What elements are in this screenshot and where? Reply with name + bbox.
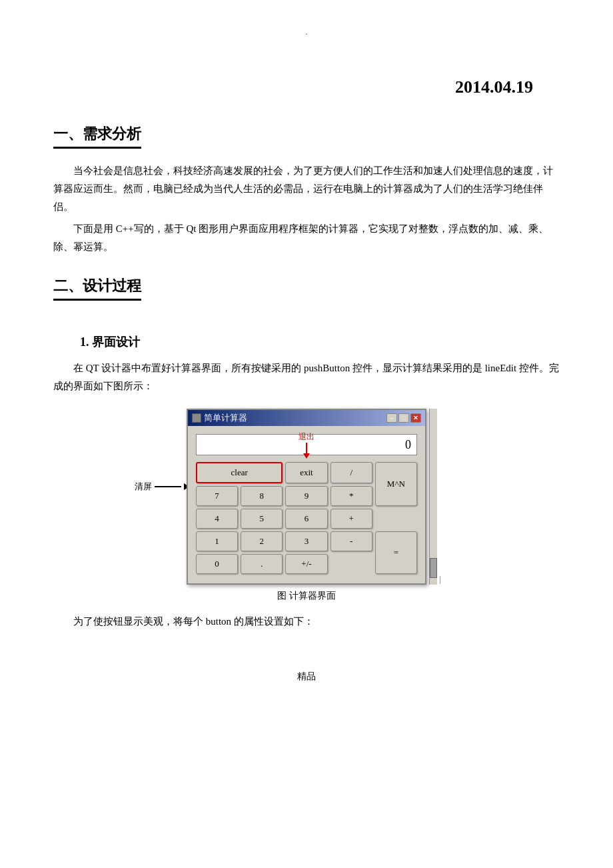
- calc-body: 退出 0 clear exit / M^N: [188, 426, 425, 583]
- date-heading: 2014.04.19: [53, 77, 560, 97]
- section-1-para1: 当今社会是信息社会，科技经济高速发展的社会，为了更方便人们的工作生活和加速人们处…: [53, 162, 560, 216]
- calc-titlebar-buttons: ─ □ ✕: [386, 413, 421, 423]
- calculator-window: 简单计算器 ─ □ ✕ 退出: [187, 409, 426, 585]
- calc-buttons: clear exit / M^N 7 8 9 * 4 5 6 +: [196, 462, 417, 574]
- close-btn[interactable]: ✕: [410, 413, 421, 423]
- section-2-title: 二、设计过程: [53, 276, 141, 301]
- two-button[interactable]: 2: [241, 531, 283, 551]
- tuichu-arrow-line: [306, 443, 307, 453]
- scroll-indicator: |: [440, 575, 441, 585]
- divide-button[interactable]: /: [330, 462, 372, 483]
- clear-button[interactable]: clear: [196, 462, 283, 483]
- one-button[interactable]: 1: [196, 531, 238, 551]
- scrollbar-thumb[interactable]: [430, 558, 437, 578]
- seven-button[interactable]: 7: [196, 486, 238, 506]
- mn-button[interactable]: M^N: [375, 462, 417, 506]
- display-row: 退出 0: [196, 434, 417, 455]
- section-1: 一、需求分析 当今社会是信息社会，科技经济高速发展的社会，为了更方便人们的工作生…: [53, 124, 560, 256]
- figure-caption: 图 计算器界面: [277, 590, 336, 602]
- section-1-para2: 下面是用 C++写的，基于 Qt 图形用户界面应用程序框架的计算器，它实现了对整…: [53, 220, 560, 256]
- qingping-label: 清屏: [135, 481, 152, 493]
- qingping-annotation: 清屏: [135, 481, 189, 493]
- restore-btn[interactable]: □: [398, 413, 409, 423]
- section-1-title: 一、需求分析: [53, 124, 141, 149]
- qingping-arrow-line: [155, 486, 181, 487]
- subsection-1-title: 1. 界面设计: [80, 334, 560, 350]
- calc-titlebar-title: 简单计算器: [192, 412, 247, 424]
- button-intro: 为了使按钮显示美观，将每个 button 的属性设置如下：: [53, 613, 560, 631]
- zero-button[interactable]: 0: [196, 554, 238, 574]
- figure-container: 清屏 简单计算器 ─ □ ✕: [53, 409, 560, 602]
- calc-titlebar: 简单计算器 ─ □ ✕: [188, 410, 425, 426]
- calc-title-text: 简单计算器: [204, 412, 247, 424]
- plus-button[interactable]: +: [330, 509, 372, 529]
- six-button[interactable]: 6: [285, 509, 327, 529]
- dot-button[interactable]: .: [241, 554, 283, 574]
- scrollbar[interactable]: |: [429, 409, 437, 585]
- exit-button[interactable]: exit: [285, 462, 327, 483]
- nine-button[interactable]: 9: [285, 486, 327, 506]
- tuichu-annotation: 退出: [299, 431, 314, 459]
- subsection-1-para1: 在 QT 设计器中布置好计算器界面，所有按键采用的 pushButton 控件，…: [53, 359, 560, 395]
- minus-button[interactable]: -: [330, 531, 372, 551]
- display-value: 0: [405, 438, 411, 452]
- tuichu-label: 退出: [299, 431, 314, 443]
- multiply-button[interactable]: *: [330, 486, 372, 506]
- three-button[interactable]: 3: [285, 531, 327, 551]
- equals-button[interactable]: =: [375, 531, 417, 574]
- dot-separator: .: [53, 27, 560, 37]
- plusminus-button[interactable]: +/-: [285, 554, 327, 574]
- four-button[interactable]: 4: [196, 509, 238, 529]
- section-2: 二、设计过程 1. 界面设计 在 QT 设计器中布置好计算器界面，所有按键采用的…: [53, 276, 560, 631]
- footer: 精品: [53, 671, 560, 683]
- calc-icon: [192, 413, 201, 423]
- five-button[interactable]: 5: [241, 509, 283, 529]
- eight-button[interactable]: 8: [241, 486, 283, 506]
- tuichu-arrowhead: [303, 453, 310, 459]
- minimize-btn[interactable]: ─: [386, 413, 397, 423]
